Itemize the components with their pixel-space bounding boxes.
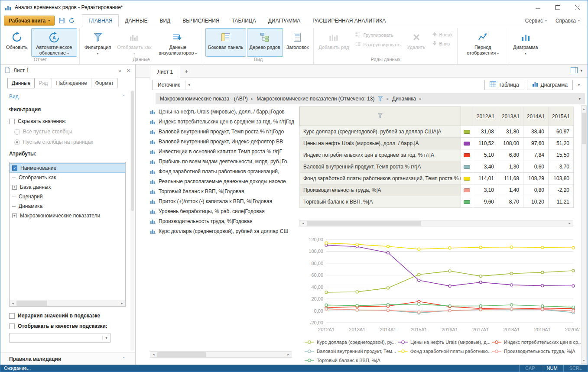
ribbon-tab[interactable]: ВЫЧИСЛЕНИЯ: [176, 14, 225, 27]
table-row[interactable]: Курс доллара (среднегодовой), рублей за …: [300, 126, 574, 138]
table-hscrollbar[interactable]: ◄ ►: [299, 220, 573, 226]
scroll-track[interactable]: [16, 300, 119, 306]
scroll-right-icon[interactable]: ►: [119, 300, 125, 306]
series-list-item[interactable]: Прибыль по всем видам деятельности, млрд…: [150, 156, 299, 166]
table-view-button[interactable]: Таблица: [484, 80, 524, 90]
chevron-down-icon[interactable]: ▾: [581, 69, 582, 73]
series-list-item[interactable]: Индекс потребительских цен в среднем за …: [150, 116, 299, 126]
table-corner-header[interactable]: [300, 107, 461, 126]
table-column-header[interactable]: 2012A1: [473, 107, 498, 126]
view-options-caret[interactable]: ▾: [575, 83, 582, 87]
legend-item[interactable]: Торговый баланс к ВВП, %|A: [305, 358, 398, 363]
ribbon-tab[interactable]: ДАННЫЕ: [119, 14, 153, 27]
attribute-item[interactable]: Сценарий: [10, 192, 125, 201]
scroll-left-icon[interactable]: ◄: [300, 220, 306, 226]
attribute-list-hscrollbar[interactable]: ◄ ►: [10, 300, 125, 306]
title-button[interactable]: Заголовок: [284, 28, 312, 57]
table-column-header[interactable]: 2013A1: [498, 107, 523, 126]
panel-tab[interactable]: Данные: [7, 78, 35, 88]
filter-icon[interactable]: [378, 96, 383, 102]
breadcrumb-item[interactable]: Динамика: [392, 96, 416, 102]
attribute-item[interactable]: Динамика: [10, 201, 125, 211]
panel-tab[interactable]: Формат: [91, 78, 118, 88]
scroll-up-icon[interactable]: ▲: [582, 106, 586, 112]
chart-button[interactable]: Диаграмма▾: [510, 28, 540, 57]
chevron-down-icon[interactable]: ▾: [185, 80, 193, 90]
series-list-item[interactable]: Инвестиции в основной капитал Темп роста…: [150, 146, 299, 156]
close-panel-icon[interactable]: ✕: [127, 68, 131, 74]
scroll-thumb[interactable]: [157, 352, 206, 357]
scroll-left-icon[interactable]: ◄: [10, 300, 16, 306]
filter-button[interactable]: Фильтрация▾: [82, 28, 114, 57]
edge-empty-columns-radio[interactable]: Пустые столбцы на границах: [14, 139, 126, 145]
save-icon[interactable]: [57, 16, 67, 26]
chart-view-button[interactable]: Диаграмма: [527, 80, 573, 90]
panel-tab[interactable]: Ряд: [34, 78, 52, 88]
chevron-down-icon[interactable]: ▾: [102, 336, 110, 340]
series-list-item[interactable]: Валовой внутренний продукт, Темп роста %…: [150, 126, 299, 136]
table-column-header[interactable]: 2014A1: [523, 107, 549, 126]
show-as-tooltip-checkbox[interactable]: Отображать в качестве подсказки:: [9, 323, 126, 329]
auto-refresh-button[interactable]: A Автоматическое обновление ▾: [31, 28, 77, 57]
table-row[interactable]: Производительность труда, %|A3,101,400,8…: [300, 184, 574, 196]
checked-checkbox-icon[interactable]: ✓: [12, 165, 17, 171]
ribbon-tab[interactable]: ДИАГРАММА: [262, 14, 306, 27]
legend-item[interactable]: Курс доллара (среднегодовой), ру...: [305, 340, 398, 345]
series-list-item[interactable]: Реальные располагаемые денежные доходы н…: [150, 176, 299, 186]
collapse-panel-icon[interactable]: «: [118, 68, 121, 74]
all-empty-columns-radio[interactable]: Все пустые столбцы: [14, 129, 126, 135]
scroll-down-icon[interactable]: ▼: [582, 357, 586, 363]
hierarchy-tooltip-checkbox[interactable]: Иерархия значений в подсказке: [9, 313, 126, 319]
table-row[interactable]: Валовой внутренний продукт, Темп роста %…: [300, 161, 574, 173]
source-button[interactable]: Источник ▾: [152, 80, 193, 90]
scroll-right-icon[interactable]: ►: [285, 352, 292, 357]
tooltip-combobox[interactable]: ▾: [9, 333, 110, 343]
content-vscrollbar[interactable]: ▲ ▼: [581, 105, 587, 364]
maximize-button[interactable]: [548, 0, 568, 14]
series-list-item[interactable]: Фонд заработной платы работников организ…: [150, 166, 299, 176]
breadcrumb-dropdown-icon[interactable]: ▾: [578, 97, 581, 101]
series-list-item[interactable]: Курс доллара (среднегодовой), рублей за …: [150, 226, 299, 236]
table-row[interactable]: Индекс потребительских цен в среднем за …: [300, 149, 574, 161]
scroll-track[interactable]: [157, 352, 285, 357]
series-tree-button[interactable]: Дерево рядов: [247, 28, 283, 57]
section-view-header[interactable]: Вид ⌃: [9, 92, 126, 103]
ribbon-tab[interactable]: ТАБЛИЦА: [226, 14, 262, 27]
ribbon-tab[interactable]: ГЛАВНАЯ: [82, 14, 119, 27]
series-list-item[interactable]: Приток (+)/отток (-) капитала к ВВП, %|Г…: [150, 196, 299, 206]
series-list-hscrollbar[interactable]: ◄ ►: [150, 351, 292, 358]
series-list-item[interactable]: Торговый баланс к ВВП, %|Годовая: [150, 186, 299, 196]
attribute-item[interactable]: +Макроэкономические показатели: [10, 211, 125, 220]
table-row[interactable]: Торговый баланс к ВВП, %|A9,608,7010,201…: [300, 196, 574, 208]
panel-tab[interactable]: Наблюдение: [52, 78, 91, 88]
panel-scrollbar[interactable]: [130, 90, 134, 351]
expand-icon[interactable]: +: [12, 213, 17, 218]
scroll-track[interactable]: [306, 220, 566, 226]
attribute-item[interactable]: ✓Наименование: [10, 163, 125, 173]
filter-icon[interactable]: [377, 114, 383, 120]
series-list-item[interactable]: Валовой внутренний продукт, Индекс-дефля…: [150, 136, 299, 146]
help-menu[interactable]: Справка▾: [556, 18, 580, 24]
workbook-menu-button[interactable]: Рабочая книга ▾: [4, 16, 55, 26]
display-period-button[interactable]: Период отображения ▾: [460, 28, 506, 57]
legend-item[interactable]: Валовой внутренний продукт, Тем...: [305, 349, 398, 354]
attribute-item[interactable]: +База данных: [10, 182, 125, 192]
scroll-track[interactable]: [582, 112, 586, 357]
visualizer-data-button[interactable]: Данные визуализаторов ▾: [155, 28, 201, 57]
scroll-right-icon[interactable]: ►: [566, 220, 573, 226]
table-row[interactable]: Фонд заработной платы работников организ…: [300, 173, 574, 184]
ribbon-tab[interactable]: РАСШИРЕННАЯ АНАЛИТИКА: [306, 14, 392, 27]
legend-item[interactable]: Индекс потребительских цен в ср...: [492, 340, 585, 345]
series-list-item[interactable]: Производительность труда, %|Годовая: [150, 216, 299, 226]
refresh-button[interactable]: Обновить: [3, 28, 30, 57]
section-validation-rules[interactable]: Правила валидации ⌃: [0, 353, 135, 365]
legend-item[interactable]: Производительность труда, %|A: [492, 349, 585, 354]
side-panel-button[interactable]: Боковая панель: [205, 28, 246, 57]
scroll-left-icon[interactable]: ◄: [150, 352, 157, 357]
refresh-small-icon[interactable]: [67, 16, 77, 26]
legend-item[interactable]: Цены на нефть Urals (мировые), д...: [398, 340, 492, 345]
ribbon-tab[interactable]: ВИД: [153, 14, 176, 27]
minimize-button[interactable]: [528, 0, 548, 14]
add-sheet-button[interactable]: +: [180, 66, 193, 77]
scroll-thumb[interactable]: [307, 221, 421, 226]
